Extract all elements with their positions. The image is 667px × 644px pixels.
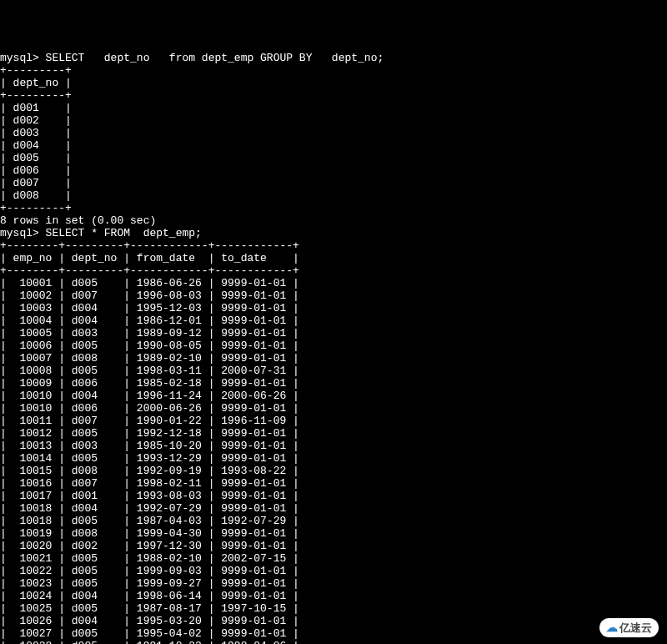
terminal-line: | 10018 | d005 | 1987-04-03 | 1992-07-29…	[0, 515, 667, 527]
terminal-line: +---------+	[0, 64, 667, 77]
terminal-line: | 10021 | d005 | 1988-02-10 | 2002-07-15…	[0, 552, 667, 565]
terminal-line: | d002 |	[0, 114, 667, 127]
terminal-line: | 10027 | d005 | 1995-04-02 | 9999-01-01…	[0, 627, 667, 640]
terminal-line: | 10024 | d004 | 1998-06-14 | 9999-01-01…	[0, 590, 667, 602]
terminal-line: | 10012 | d005 | 1992-12-18 | 9999-01-01…	[0, 427, 667, 440]
terminal-line: | 10025 | d005 | 1987-08-17 | 1997-10-15…	[0, 602, 667, 615]
terminal-line: | 10001 | d005 | 1986-06-26 | 9999-01-01…	[0, 277, 667, 289]
terminal-line: | 10003 | d004 | 1995-12-03 | 9999-01-01…	[0, 302, 667, 314]
terminal-line: | 10022 | d005 | 1999-09-03 | 9999-01-01…	[0, 565, 667, 577]
terminal-line: | 10018 | d004 | 1992-07-29 | 9999-01-01…	[0, 502, 667, 515]
watermark-text: 亿速云	[619, 621, 652, 634]
terminal-line: | d003 |	[0, 127, 667, 139]
terminal-line: | 10006 | d005 | 1990-08-05 | 9999-01-01…	[0, 340, 667, 352]
terminal-line: 8 rows in set (0.00 sec)	[0, 214, 667, 227]
terminal-line: | 10020 | d002 | 1997-12-30 | 9999-01-01…	[0, 540, 667, 552]
terminal-line: | 10010 | d006 | 2000-06-26 | 9999-01-01…	[0, 402, 667, 415]
watermark-badge: ☁亿速云	[599, 618, 659, 637]
terminal-line: +---------+	[0, 89, 667, 102]
terminal-line: +---------+	[0, 202, 667, 214]
terminal-line: | 10019 | d008 | 1999-04-30 | 9999-01-01…	[0, 527, 667, 540]
terminal-line: | 10007 | d008 | 1989-02-10 | 9999-01-01…	[0, 352, 667, 365]
terminal-line: | d008 |	[0, 189, 667, 202]
terminal-line: | dept_no |	[0, 77, 667, 89]
terminal-line: +--------+---------+------------+-------…	[0, 239, 667, 252]
terminal-line: | 10008 | d005 | 1998-03-11 | 2000-07-31…	[0, 365, 667, 377]
terminal-line: | 10026 | d004 | 1995-03-20 | 9999-01-01…	[0, 615, 667, 627]
terminal-line: | 10015 | d008 | 1992-09-19 | 1993-08-22…	[0, 465, 667, 477]
cloud-icon: ☁	[606, 621, 618, 634]
terminal-line: | 10009 | d006 | 1985-02-18 | 9999-01-01…	[0, 377, 667, 390]
terminal-line: | 10005 | d003 | 1989-09-12 | 9999-01-01…	[0, 327, 667, 340]
terminal-line: | d005 |	[0, 152, 667, 164]
terminal-line: | 10010 | d004 | 1996-11-24 | 2000-06-26…	[0, 390, 667, 402]
terminal-output: mysql> SELECT dept_no from dept_emp GROU…	[0, 52, 667, 644]
terminal-line: | 10004 | d004 | 1986-12-01 | 9999-01-01…	[0, 314, 667, 327]
terminal-line: +--------+---------+------------+-------…	[0, 264, 667, 277]
terminal-line: | d007 |	[0, 177, 667, 189]
terminal-line: | emp_no | dept_no | from_date | to_date…	[0, 252, 667, 264]
terminal-line: | 10016 | d007 | 1998-02-11 | 9999-01-01…	[0, 477, 667, 490]
terminal-line: | d001 |	[0, 102, 667, 114]
terminal-line: | 10014 | d005 | 1993-12-29 | 9999-01-01…	[0, 452, 667, 465]
terminal-line: | 10028 | d005 | 1991-10-22 | 1998-04-06…	[0, 640, 667, 644]
terminal-line: mysql> SELECT dept_no from dept_emp GROU…	[0, 52, 667, 64]
terminal-line: | d004 |	[0, 139, 667, 152]
terminal-line: mysql> SELECT * FROM dept_emp;	[0, 227, 667, 239]
terminal-line: | d006 |	[0, 164, 667, 177]
terminal-line: | 10011 | d007 | 1990-01-22 | 1996-11-09…	[0, 415, 667, 427]
terminal-line: | 10017 | d001 | 1993-08-03 | 9999-01-01…	[0, 490, 667, 502]
terminal-line: | 10002 | d007 | 1996-08-03 | 9999-01-01…	[0, 289, 667, 302]
terminal-line: | 10023 | d005 | 1999-09-27 | 9999-01-01…	[0, 577, 667, 590]
terminal-line: | 10013 | d003 | 1985-10-20 | 9999-01-01…	[0, 440, 667, 452]
